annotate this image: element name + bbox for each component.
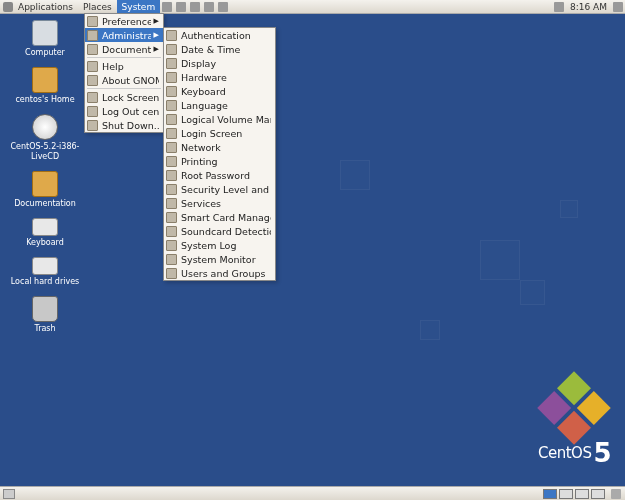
menu-item-label: Login Screen [181, 128, 271, 139]
desktop-icon-computer[interactable]: Computer [6, 20, 84, 57]
system-menu-item[interactable]: Log Out centos... [85, 104, 163, 118]
centos-logo: CentOS5 [538, 382, 611, 468]
launcher-icon[interactable] [176, 2, 186, 12]
submenu-arrow-icon: ▶ [154, 45, 159, 53]
menu-item-label: Log Out centos... [102, 106, 159, 117]
show-desktop-button[interactable] [3, 489, 15, 499]
workspace-1[interactable] [543, 489, 557, 499]
menu-applications[interactable]: Applications [13, 0, 78, 14]
menu-item-label: Logical Volume Management [181, 114, 271, 125]
menu-item-label: Lock Screen [102, 92, 159, 103]
system-menu-item[interactable]: Help [85, 59, 163, 73]
admin-menu-item[interactable]: Smart Card Manager [164, 210, 275, 224]
desktop-icon-home[interactable]: centos's Home [6, 67, 84, 104]
system-menu-item[interactable]: Documentation▶ [85, 42, 163, 56]
menu-item-icon [166, 58, 177, 69]
launcher-icon[interactable] [204, 2, 214, 12]
trash-icon [32, 296, 58, 322]
menu-item-label: Network [181, 142, 271, 153]
menu-item-icon [87, 92, 98, 103]
menu-item-label: Services [181, 198, 271, 209]
menu-item-icon [166, 268, 177, 279]
admin-menu-item[interactable]: Keyboard [164, 84, 275, 98]
workspace-3[interactable] [575, 489, 589, 499]
menu-item-icon [166, 198, 177, 209]
admin-menu-item[interactable]: Logical Volume Management [164, 112, 275, 126]
menu-system[interactable]: System [117, 0, 161, 14]
computer-icon [32, 20, 58, 46]
menu-item-icon [166, 30, 177, 41]
documentation-icon [32, 171, 58, 197]
menu-item-label: System Monitor [181, 254, 271, 265]
menu-places[interactable]: Places [78, 0, 117, 14]
top-panel: Applications Places System 8:16 AM [0, 0, 625, 14]
menu-item-label: Authentication [181, 30, 271, 41]
launcher-icon[interactable] [162, 2, 172, 12]
volume-icon[interactable] [613, 2, 623, 12]
admin-menu-item[interactable]: Network [164, 140, 275, 154]
clock[interactable]: 8:16 AM [566, 2, 611, 12]
menu-item-label: System Log [181, 240, 271, 251]
menu-item-icon [166, 142, 177, 153]
desktop-icon-label: Keyboard [6, 238, 84, 247]
submenu-arrow-icon: ▶ [154, 17, 159, 25]
launcher-icon[interactable] [190, 2, 200, 12]
menu-item-label: Help [102, 61, 159, 72]
admin-menu-item[interactable]: Hardware [164, 70, 275, 84]
system-menu-item[interactable]: Shut Down... [85, 118, 163, 132]
menu-item-icon [166, 226, 177, 237]
admin-menu-item[interactable]: System Log [164, 238, 275, 252]
system-menu: Preferences▶Administration▶Documentation… [84, 13, 164, 133]
system-menu-item[interactable]: Lock Screen [85, 90, 163, 104]
admin-menu-item[interactable]: Users and Groups [164, 266, 275, 280]
menu-item-icon [166, 156, 177, 167]
menu-item-icon [87, 16, 98, 27]
menu-item-label: Display [181, 58, 271, 69]
admin-menu-item[interactable]: Root Password [164, 168, 275, 182]
menu-item-icon [87, 106, 98, 117]
home-icon [32, 67, 58, 93]
desktop-icon-drives[interactable]: Local hard drives [6, 257, 84, 286]
menu-item-label: Hardware [181, 72, 271, 83]
launcher-icon[interactable] [218, 2, 228, 12]
workspace-2[interactable] [559, 489, 573, 499]
menu-item-icon [166, 184, 177, 195]
menu-item-label: Security Level and Firewall [181, 184, 271, 195]
admin-menu-item[interactable]: Language [164, 98, 275, 112]
update-icon[interactable] [554, 2, 564, 12]
menu-item-icon [166, 86, 177, 97]
menu-item-icon [87, 44, 98, 55]
admin-menu-item[interactable]: Soundcard Detection [164, 224, 275, 238]
menu-item-label: Date & Time [181, 44, 271, 55]
menu-item-label: Users and Groups [181, 268, 271, 279]
system-menu-item[interactable]: Preferences▶ [85, 14, 163, 28]
desktop-icon-keyboard[interactable]: Keyboard [6, 218, 84, 247]
system-menu-item[interactable]: About GNOME [85, 73, 163, 87]
workspace-4[interactable] [591, 489, 605, 499]
admin-menu-item[interactable]: Login Screen [164, 126, 275, 140]
desktop-icon-livecd[interactable]: CentOS-5.2-i386-LiveCD [6, 114, 84, 160]
desktop-icon-label: Local hard drives [6, 277, 84, 286]
admin-menu-item[interactable]: Printing [164, 154, 275, 168]
admin-menu-item[interactable]: Authentication [164, 28, 275, 42]
desktop-icon-label: Computer [6, 48, 84, 57]
desktop-icon-documentation[interactable]: Documentation [6, 171, 84, 208]
menu-item-icon [87, 61, 98, 72]
system-menu-item[interactable]: Administration▶ [85, 28, 163, 42]
menu-item-label: Shut Down... [102, 120, 159, 131]
admin-menu-item[interactable]: System Monitor [164, 252, 275, 266]
keyboard-icon [32, 218, 58, 236]
admin-menu-item[interactable]: Services [164, 196, 275, 210]
admin-menu-item[interactable]: Display [164, 56, 275, 70]
admin-menu-item[interactable]: Security Level and Firewall [164, 182, 275, 196]
admin-menu-item[interactable]: Date & Time [164, 42, 275, 56]
menu-item-icon [166, 128, 177, 139]
livecd-icon [32, 114, 58, 140]
menu-item-label: Administration [102, 30, 151, 41]
menu-item-icon [166, 72, 177, 83]
menu-item-label: Documentation [102, 44, 151, 55]
menu-item-icon [166, 114, 177, 125]
desktop-icon-trash[interactable]: Trash [6, 296, 84, 333]
trash-icon[interactable] [611, 489, 621, 499]
menu-item-label: Root Password [181, 170, 271, 181]
